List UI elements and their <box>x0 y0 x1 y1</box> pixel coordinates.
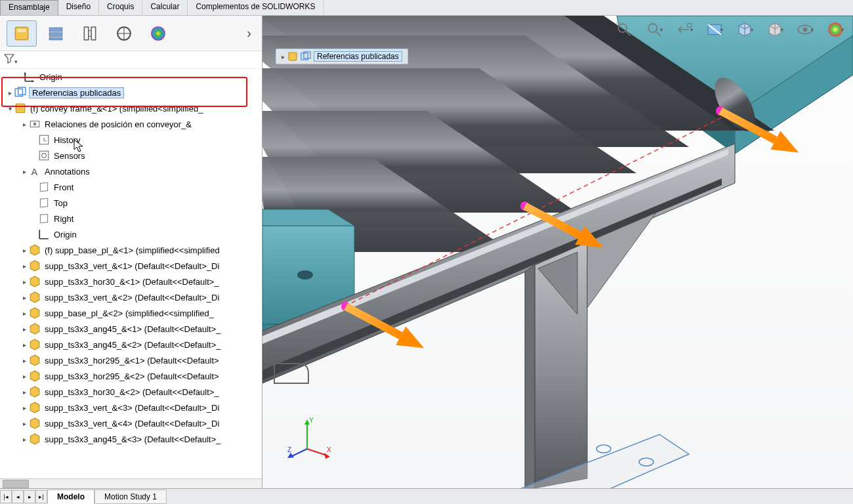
svg-rect-1 <box>18 29 26 32</box>
tab-croquis[interactable]: Croquis <box>99 0 142 15</box>
tab-diseno[interactable]: Diseño <box>58 0 99 15</box>
part-icon <box>29 260 41 272</box>
svg-rect-33 <box>289 52 297 60</box>
assembly-icon <box>287 51 298 62</box>
svg-point-38 <box>596 445 611 453</box>
tree-part[interactable]: ▸supp_ts3x3_hor295_&<1> (Default<<Defaul… <box>0 352 262 368</box>
svg-rect-3 <box>49 32 62 35</box>
svg-point-25 <box>648 24 657 32</box>
tree-history[interactable]: History <box>0 132 262 148</box>
tree-origin-root[interactable]: Origin <box>0 69 262 85</box>
tree-sensors[interactable]: Sensors <box>0 148 262 163</box>
display-style-icon[interactable] <box>764 18 786 41</box>
panel-overflow-icon[interactable]: › <box>243 26 255 41</box>
bottom-tab-motion-study[interactable]: Motion Study 1 <box>94 490 167 504</box>
part-icon <box>29 339 41 350</box>
tree-part[interactable]: ▸supp_ts3x3_ang45_&<3> (Default<<Default… <box>0 431 262 447</box>
plane-icon <box>38 181 50 193</box>
section-view-icon[interactable] <box>703 18 726 41</box>
svg-point-27 <box>687 23 692 28</box>
nav-next-icon[interactable]: ▸ <box>24 490 35 503</box>
tree-part[interactable]: ▸supp_ts3x3_hor295_&<2> (Default<<Defaul… <box>0 368 262 384</box>
tree-part[interactable]: ▸supp_ts3x3_vert_&<2> (Default<<Default>… <box>0 289 262 305</box>
tree-top-plane[interactable]: Top <box>0 195 262 211</box>
panel-tab-toolbar: › <box>0 16 262 51</box>
tab-complementos[interactable]: Complementos de SOLIDWORKS <box>188 0 323 15</box>
property-manager-tab-icon[interactable] <box>75 20 105 47</box>
feature-manager-tab-icon[interactable] <box>7 20 37 47</box>
tree-part[interactable]: ▸supp_ts3x3_vert_&<3> (Default<<Default>… <box>0 400 262 415</box>
tree-part[interactable]: ▸supp_ts3x3_ang45_&<2> (Default<<Default… <box>0 337 262 352</box>
published-refs-icon <box>301 51 311 62</box>
tree-part[interactable]: ▸(f) supp_base_pl_&<1> (simplified<<simp… <box>0 242 262 258</box>
tree-part[interactable]: ▸supp_ts3x3_hor30_&<1> (Default<<Default… <box>0 274 262 289</box>
origin-icon <box>38 228 50 240</box>
plane-icon <box>38 213 50 224</box>
svg-text:Y: Y <box>309 417 314 424</box>
bottom-tab-modelo[interactable]: Modelo <box>47 490 94 504</box>
nav-first-icon[interactable]: |◂ <box>0 490 12 503</box>
assembly-icon <box>14 102 26 114</box>
bottom-tab-bar: |◂ ◂ ▸ ▸| Modelo Motion Study 1 <box>0 488 853 504</box>
svg-rect-0 <box>15 27 28 40</box>
feature-tree[interactable]: Origin ▸ Referencias publicadas ▾ (f) co… <box>0 69 262 478</box>
3d-viewport[interactable]: ▸ Referencias publicadas <box>262 16 853 488</box>
prev-view-icon[interactable] <box>673 18 696 41</box>
tree-relations[interactable]: ▸ Relaciones de posición en conveyor_& <box>0 116 262 132</box>
tab-ensamblaje[interactable]: Ensamblaje <box>0 0 58 15</box>
orientation-triad[interactable]: Y X Z <box>287 416 333 462</box>
tree-right-plane[interactable]: Right <box>0 211 262 226</box>
part-icon <box>29 354 41 366</box>
appearances-tab-icon[interactable] <box>143 20 173 47</box>
svg-text:A: A <box>31 167 37 177</box>
svg-rect-5 <box>84 27 89 40</box>
view-toolbar <box>613 18 846 41</box>
svg-line-49 <box>307 449 327 455</box>
tree-hscroll[interactable] <box>0 478 262 488</box>
hide-show-icon[interactable] <box>794 18 816 41</box>
nav-prev-icon[interactable]: ◂ <box>12 490 24 503</box>
nav-last-icon[interactable]: ▸| <box>35 490 47 503</box>
svg-point-37 <box>297 270 313 280</box>
dimxpert-tab-icon[interactable] <box>109 20 139 47</box>
svg-point-20 <box>42 154 47 158</box>
part-icon <box>29 433 41 445</box>
part-icon <box>29 386 41 398</box>
svg-point-31 <box>803 28 808 32</box>
filter-row[interactable]: ▾ <box>0 51 262 69</box>
tree-part[interactable]: ▸supp_ts3x3_vert_&<4> (Default<<Default>… <box>0 415 262 431</box>
tree-annotations[interactable]: ▸ A Annotations <box>0 163 262 179</box>
tree-published-references[interactable]: ▸ Referencias publicadas <box>0 85 262 100</box>
part-icon <box>29 402 41 413</box>
svg-text:X: X <box>327 446 331 453</box>
tree-origin[interactable]: Origin <box>0 226 262 242</box>
tree-front-plane[interactable]: Front <box>0 179 262 195</box>
svg-rect-6 <box>91 27 96 40</box>
configuration-manager-tab-icon[interactable] <box>41 20 71 47</box>
svg-point-12 <box>151 26 165 41</box>
origin-icon <box>24 71 35 83</box>
filter-icon <box>4 53 14 64</box>
tree-part[interactable]: ▸supp_ts3x3_vert_&<1> (Default<<Default>… <box>0 258 262 274</box>
svg-rect-19 <box>39 151 49 160</box>
tree-conveyor-frame[interactable]: ▾ (f) convey frame_&<1> (simplified<simp… <box>0 100 262 116</box>
plane-icon <box>38 197 50 209</box>
part-icon <box>29 417 41 429</box>
flyout-tree[interactable]: ▸ Referencias publicadas <box>276 49 408 64</box>
tree-part[interactable]: ▸supp_ts3x3_ang45_&<1> (Default<<Default… <box>0 321 262 337</box>
part-icon <box>29 370 41 382</box>
svg-point-32 <box>828 22 843 37</box>
command-tabs: Ensamblaje Diseño Croquis Calcular Compl… <box>0 0 853 16</box>
svg-line-23 <box>626 32 631 36</box>
zoom-fit-icon[interactable] <box>613 18 635 41</box>
svg-text:Z: Z <box>287 446 291 453</box>
tree-part[interactable]: ▸supp_base_pl_&<2> (simplified<<simplifi… <box>0 305 262 321</box>
view-orientation-icon[interactable] <box>734 18 756 41</box>
tree-part[interactable]: ▸supp_ts3x3_hor30_&<2> (Default<<Default… <box>0 384 262 400</box>
feature-manager-panel: › ▾ Origin ▸ Referencias publicadas ▾ (f… <box>0 16 262 488</box>
tab-calcular[interactable]: Calcular <box>142 0 188 15</box>
svg-rect-2 <box>49 28 62 31</box>
appearance-scene-icon[interactable] <box>824 18 846 41</box>
svg-line-26 <box>656 32 661 36</box>
zoom-area-icon[interactable] <box>643 18 665 41</box>
